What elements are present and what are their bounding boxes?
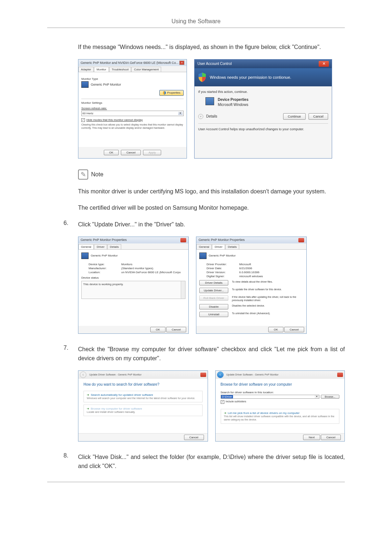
- wizard-titlebar: ‹ Update Driver Software - Generic PnP M…: [78, 371, 208, 379]
- location-input[interactable]: D:\Driver ▾: [221, 395, 319, 399]
- driver-date-value: 6/21/2006: [239, 267, 252, 270]
- uac-titlebar: User Account Control ✕: [195, 59, 332, 68]
- browse-button[interactable]: Browse...: [321, 395, 339, 399]
- chevron-down-icon[interactable]: ▾: [315, 395, 319, 398]
- arrow-icon: ➔: [87, 393, 89, 397]
- cancel-button[interactable]: Cancel: [166, 327, 186, 332]
- dialog-title: Generic PnP Monitor and NVIDIA GeForce 6…: [81, 61, 179, 65]
- update-driver-button[interactable]: Update Driver...: [199, 288, 228, 293]
- device-type-key: Device type:: [89, 263, 121, 266]
- tab-general[interactable]: General: [196, 244, 212, 249]
- back-icon[interactable]: ‹: [217, 372, 224, 378]
- uac-banner-text: Windows needs your permission to contion…: [210, 75, 291, 79]
- uac-details-label[interactable]: Details: [206, 114, 280, 118]
- close-icon[interactable]: [298, 238, 304, 242]
- uac-started-line: If you started this action, continue.: [198, 90, 328, 94]
- uac-app-title: Device Properties: [218, 97, 249, 102]
- wizard-option-pick-list[interactable]: ➔Let me pick from a list of device drive…: [221, 409, 340, 424]
- continue-button[interactable]: Continue: [283, 113, 306, 120]
- close-icon[interactable]: ✕: [319, 61, 329, 67]
- device-status-label: Device status: [81, 276, 185, 279]
- dialog-titlebar: Generic PnP Monitor Properties: [196, 237, 306, 243]
- wizard-option-desc: Locate and install driver software manua…: [87, 410, 199, 414]
- close-icon[interactable]: [200, 373, 206, 377]
- step-number: 7.: [64, 345, 72, 363]
- tab-driver[interactable]: Driver: [212, 244, 225, 249]
- next-button[interactable]: Next: [303, 435, 320, 440]
- tab-troubleshoot[interactable]: Troubleshoot: [109, 67, 131, 72]
- step-text: Check the "Browse my computer for driver…: [78, 345, 345, 363]
- update-driver-wizard-search: ‹ Update Driver Software - Generic PnP M…: [78, 370, 208, 442]
- disable-button[interactable]: Disable: [199, 304, 228, 309]
- step-7: 7. Check the "Browse my computer for dri…: [64, 345, 345, 363]
- cancel-button[interactable]: Cancel: [184, 435, 204, 440]
- digital-signer-value: microsoft windows: [239, 275, 263, 278]
- pencil-icon: ✎: [78, 169, 88, 180]
- figure-row-1: Generic PnP Monitor and NVIDIA GeForce 6…: [78, 59, 345, 159]
- close-icon[interactable]: [180, 238, 186, 242]
- uninstall-button[interactable]: Uninstall: [199, 312, 228, 317]
- note-label: Note: [91, 171, 103, 178]
- disable-desc: Disables the selected device.: [232, 304, 265, 307]
- dialog-titlebar: Generic PnP Monitor and NVIDIA GeForce 6…: [78, 59, 187, 66]
- uninstall-desc: To uninstall the driver (Advanced).: [232, 312, 270, 315]
- tab-general[interactable]: General: [78, 244, 94, 249]
- monitor-name: Generic PnP Monitor: [209, 254, 236, 257]
- wizard-titlebar: ‹ Update Driver Software - Generic PnP M…: [216, 371, 345, 379]
- ok-button[interactable]: OK: [150, 327, 166, 332]
- step-text: Click "Have Disk..." and select the fold…: [78, 452, 345, 471]
- cancel-button[interactable]: Cancel: [121, 150, 141, 155]
- tab-monitor[interactable]: Monitor: [94, 67, 109, 72]
- wizard-option-auto[interactable]: ➔Search automatically for updated driver…: [83, 391, 203, 402]
- hide-modes-label: Hide modes that this monitor cannot disp…: [86, 118, 143, 122]
- wizard-breadcrumb: Update Driver Software - Generic PnP Mon…: [86, 373, 200, 376]
- driver-version-key: Driver Version:: [207, 271, 239, 274]
- wizard-breadcrumb: Update Driver Software - Generic PnP Mon…: [224, 373, 338, 376]
- monitor-settings-dialog: Generic PnP Monitor and NVIDIA GeForce 6…: [78, 59, 187, 159]
- uac-app-publisher: Microsoft Windows: [218, 102, 249, 107]
- device-status-text: This device is working properly.: [83, 283, 123, 286]
- tab-details[interactable]: Details: [107, 244, 121, 249]
- tab-details[interactable]: Details: [225, 244, 239, 249]
- footer-rule: [47, 482, 345, 482]
- properties-button[interactable]: Properties: [159, 90, 184, 96]
- monitor-icon: [81, 253, 89, 259]
- uac-dialog: User Account Control ✕ Windows needs you…: [194, 59, 332, 159]
- wizard-option-desc: Windows will search your computer and th…: [87, 397, 199, 400]
- properties-general-dialog: Generic PnP Monitor Properties General D…: [78, 237, 189, 334]
- cancel-button[interactable]: Cancel: [321, 435, 341, 440]
- refresh-rate-select[interactable]: 60 Hertz ▾: [81, 111, 184, 116]
- step-6: 6. Click "Update Driver..." in the "Driv…: [64, 220, 345, 229]
- dialog-titlebar: Generic PnP Monitor Properties: [78, 237, 188, 243]
- monitor-name: Generic PnP Monitor: [91, 254, 118, 257]
- cancel-button[interactable]: Cancel: [284, 327, 304, 332]
- driver-version-value: 6.0.6000.16386: [239, 271, 260, 274]
- step-number: 8.: [64, 452, 72, 471]
- close-icon[interactable]: ×: [179, 61, 184, 65]
- dialog-title: Generic PnP Monitor Properties: [81, 238, 127, 242]
- step-text: Click "Update Driver..." in the "Driver"…: [78, 220, 345, 229]
- uac-footer-text: User Account Control helps stop unauthor…: [198, 127, 328, 131]
- chevron-down-icon[interactable]: v: [198, 114, 203, 119]
- tab-color-management[interactable]: Color Management: [131, 67, 161, 72]
- scrollbar[interactable]: [181, 281, 185, 299]
- manufacturer-value: (Standard monitor types): [121, 267, 153, 270]
- device-type-value: Monitors: [121, 263, 132, 266]
- wizard-heading: How do you want to search for driver sof…: [83, 382, 203, 386]
- wizard-option-browse[interactable]: ➔Browse my computer for driver software …: [83, 405, 203, 416]
- tab-adapter[interactable]: Adapter: [78, 67, 94, 72]
- monitor-name: Generic PnP Monitor: [91, 83, 121, 86]
- driver-details-button[interactable]: Driver Details: [199, 280, 228, 286]
- monitor-icon: [199, 253, 207, 259]
- location-value: D:\Driver: [221, 395, 233, 398]
- cancel-button[interactable]: Cancel: [309, 113, 328, 120]
- include-subfolders-checkbox[interactable]: ✓: [221, 400, 224, 404]
- close-icon[interactable]: [337, 373, 343, 377]
- ok-button[interactable]: OK: [104, 150, 119, 155]
- uac-title: User Account Control: [197, 62, 232, 66]
- update-driver-desc: To update the driver software for this d…: [232, 288, 282, 291]
- tab-driver[interactable]: Driver: [94, 244, 107, 249]
- dialog-title: Generic PnP Monitor Properties: [199, 238, 245, 242]
- ok-button[interactable]: OK: [268, 327, 283, 332]
- hide-modes-checkbox[interactable]: ✓: [81, 118, 85, 122]
